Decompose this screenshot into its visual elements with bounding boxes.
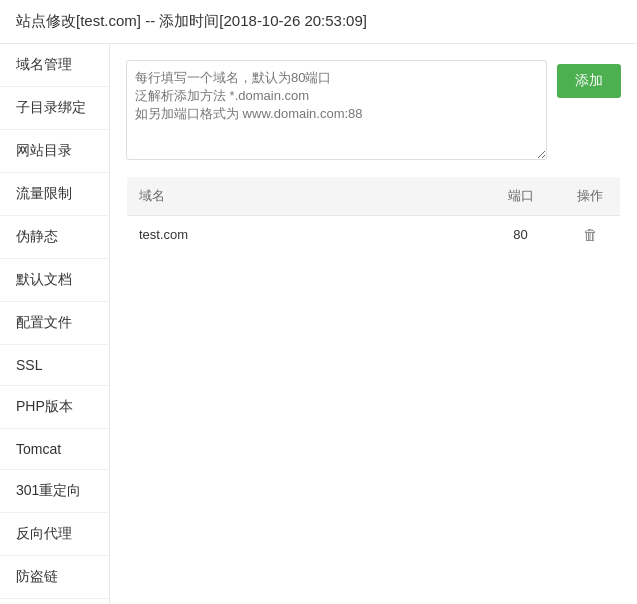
domain-input-area: 添加 [126,60,621,160]
table-row: test.com80🗑 [127,216,621,254]
page-title: 站点修改[test.com] -- 添加时间[2018-10-26 20:53:… [16,12,367,29]
sidebar-item-default-doc[interactable]: 默认文档 [0,259,109,302]
sidebar-item-subdir-binding[interactable]: 子目录绑定 [0,87,109,130]
sidebar-item-response-log[interactable]: 响应日志 [0,599,109,604]
sidebar-item-config-file[interactable]: 配置文件 [0,302,109,345]
domain-textarea[interactable] [126,60,547,160]
col-port: 端口 [481,177,561,216]
delete-button[interactable]: 🗑 [583,226,598,243]
sidebar: 域名管理子目录绑定网站目录流量限制伪静态默认文档配置文件SSLPHP版本Tomc… [0,44,110,604]
sidebar-item-traffic-limit[interactable]: 流量限制 [0,173,109,216]
sidebar-item-tomcat[interactable]: Tomcat [0,429,109,470]
table-header-row: 域名 端口 操作 [127,177,621,216]
layout: 域名管理子目录绑定网站目录流量限制伪静态默认文档配置文件SSLPHP版本Tomc… [0,44,637,604]
sidebar-item-website-dir[interactable]: 网站目录 [0,130,109,173]
sidebar-item-ssl[interactable]: SSL [0,345,109,386]
page-wrapper: 站点修改[test.com] -- 添加时间[2018-10-26 20:53:… [0,0,637,604]
sidebar-item-reverse-proxy[interactable]: 反向代理 [0,513,109,556]
domain-table: 域名 端口 操作 test.com80🗑 [126,176,621,254]
col-action: 操作 [561,177,621,216]
sidebar-item-domain-management[interactable]: 域名管理 [0,44,109,87]
main-content: 添加 域名 端口 操作 test.com80🗑 [110,44,637,604]
cell-domain: test.com [127,216,481,254]
sidebar-item-hotlink-protection[interactable]: 防盗链 [0,556,109,599]
page-header: 站点修改[test.com] -- 添加时间[2018-10-26 20:53:… [0,0,637,44]
col-domain: 域名 [127,177,481,216]
sidebar-item-pseudo-static[interactable]: 伪静态 [0,216,109,259]
sidebar-item-php-version[interactable]: PHP版本 [0,386,109,429]
sidebar-item-redirect-301[interactable]: 301重定向 [0,470,109,513]
cell-port: 80 [481,216,561,254]
cell-action: 🗑 [561,216,621,254]
add-button[interactable]: 添加 [557,64,621,98]
